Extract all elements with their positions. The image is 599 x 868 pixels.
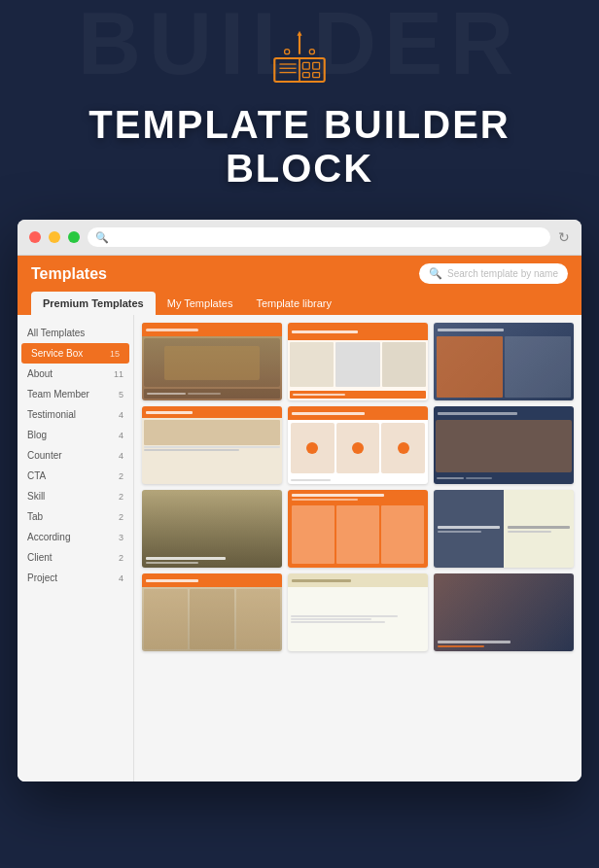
sidebar-item-according[interactable]: According 3 [18, 527, 133, 547]
sidebar-label-tab: Tab [27, 511, 43, 522]
hero-title: TEMPLATE BUILDER BLOCK [19, 103, 580, 191]
sidebar-count-service-box: 15 [110, 349, 120, 359]
template-card-10[interactable] [142, 573, 282, 651]
template-card-1[interactable] [142, 323, 282, 400]
browser-address-bar: 🔍 [88, 227, 550, 247]
sidebar-label-team-member: Team Member [27, 389, 89, 399]
sidebar-count-project: 4 [119, 573, 123, 583]
template-card-6[interactable] [434, 406, 574, 484]
sidebar-label-project: Project [27, 573, 57, 583]
sidebar-count-cta: 2 [119, 471, 123, 481]
template-search-box[interactable]: 🔍 Search template by name [419, 263, 568, 284]
sidebar-all-templates[interactable]: All Templates [18, 323, 133, 343]
tabs-row: Premium Templates My Templates Template … [18, 292, 581, 315]
sidebar-count-counter: 4 [119, 451, 123, 461]
sidebar-label-service-box: Service Box [31, 348, 83, 359]
template-card-7[interactable] [142, 490, 282, 568]
template-card-12[interactable] [434, 573, 574, 651]
sidebar-item-counter[interactable]: Counter 4 [18, 445, 133, 466]
main-content: All Templates Service Box 15 About 11 Te… [18, 315, 581, 781]
sidebar-item-testimonial[interactable]: Testimonial 4 [18, 404, 133, 425]
templates-panel-title: Templates [31, 265, 107, 283]
sidebar-count-client: 2 [119, 553, 123, 563]
builder-icon [19, 29, 580, 91]
svg-rect-6 [313, 62, 320, 69]
browser-dot-green [68, 231, 80, 243]
sidebar-count-team-member: 5 [119, 390, 123, 399]
tab-premium-templates[interactable]: Premium Templates [31, 292, 156, 315]
search-placeholder: Search template by name [447, 268, 558, 279]
browser-window: 🔍 ↻ Templates 🔍 Search template by name … [18, 220, 581, 781]
sidebar-label-cta: CTA [27, 470, 46, 481]
sidebar-label-counter: Counter [27, 450, 62, 461]
templates-grid [134, 315, 581, 781]
sidebar-item-team-member[interactable]: Team Member 5 [18, 384, 133, 404]
sidebar-item-skill[interactable]: Skill 2 [18, 486, 133, 506]
sidebar-label-client: Client [27, 552, 53, 563]
sidebar-item-project[interactable]: Project 4 [18, 568, 133, 588]
sidebar-item-service-box[interactable]: Service Box 15 [21, 343, 129, 364]
sidebar-item-about[interactable]: About 11 [18, 364, 133, 384]
template-card-11[interactable] [288, 573, 428, 651]
template-card-2[interactable] [288, 323, 428, 400]
sidebar-label-blog: Blog [27, 430, 47, 440]
template-card-9[interactable] [434, 490, 574, 568]
sidebar-item-blog[interactable]: Blog 4 [18, 425, 133, 445]
tab-my-templates[interactable]: My Templates [156, 292, 245, 315]
sidebar: All Templates Service Box 15 About 11 Te… [18, 315, 134, 781]
sidebar-count-blog: 4 [119, 431, 123, 440]
template-card-8[interactable] [288, 490, 428, 568]
sidebar-label-skill: Skill [27, 491, 45, 502]
browser-chrome: 🔍 ↻ [18, 220, 581, 256]
svg-rect-7 [302, 73, 309, 78]
sidebar-item-cta[interactable]: CTA 2 [18, 466, 133, 486]
svg-rect-8 [313, 73, 320, 78]
sidebar-count-about: 11 [114, 369, 123, 379]
tab-template-library[interactable]: Template library [244, 292, 343, 315]
browser-refresh-icon[interactable]: ↻ [558, 229, 570, 245]
hero-section: BUILDER TEMPLATE BUILDER BLOCK [0, 0, 599, 210]
svg-point-12 [309, 50, 314, 54]
sidebar-count-testimonial: 4 [119, 410, 123, 420]
browser-search-icon: 🔍 [95, 231, 109, 244]
browser-dot-red [29, 231, 41, 243]
template-card-4[interactable] [142, 406, 282, 484]
sidebar-all-label: All Templates [27, 328, 85, 338]
sidebar-item-tab[interactable]: Tab 2 [18, 506, 133, 527]
browser-dot-yellow [49, 231, 60, 243]
svg-point-11 [285, 50, 290, 54]
templates-header: Templates 🔍 Search template by name [18, 256, 581, 292]
sidebar-item-client[interactable]: Client 2 [18, 547, 133, 568]
template-card-5[interactable] [288, 406, 428, 484]
svg-marker-10 [297, 31, 301, 36]
template-card-3[interactable] [434, 323, 574, 400]
sidebar-label-testimonial: Testimonial [27, 409, 76, 420]
sidebar-count-tab: 2 [119, 512, 123, 522]
search-icon: 🔍 [429, 267, 442, 280]
svg-rect-5 [302, 62, 309, 69]
sidebar-label-according: According [27, 532, 70, 542]
sidebar-count-skill: 2 [119, 492, 123, 502]
sidebar-count-according: 3 [119, 533, 123, 542]
sidebar-label-about: About [27, 368, 53, 379]
